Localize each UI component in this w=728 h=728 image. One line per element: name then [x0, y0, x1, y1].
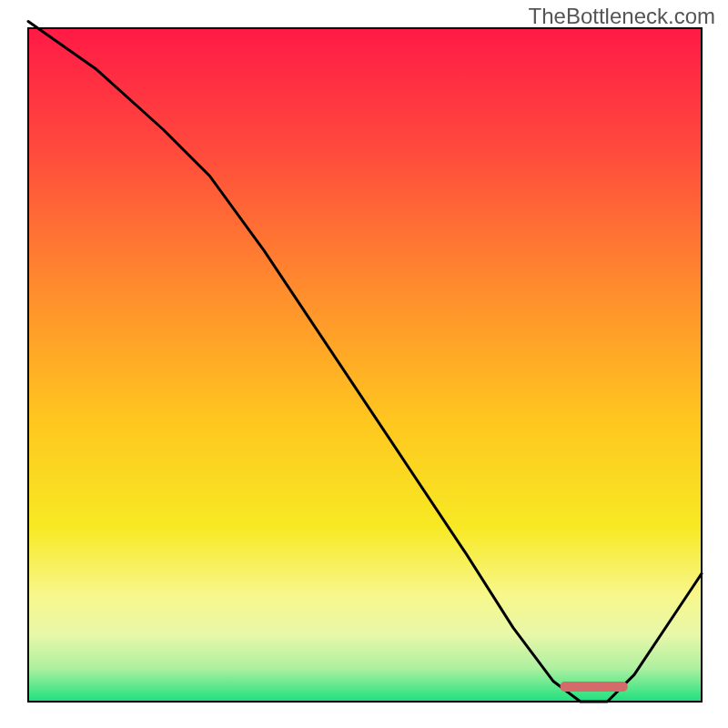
plot-background — [28, 28, 702, 702]
chart-frame: TheBottleneck.com — [0, 0, 728, 728]
bottleneck-chart — [0, 0, 728, 728]
optimal-range-marker — [561, 682, 628, 692]
watermark-text: TheBottleneck.com — [529, 4, 715, 29]
